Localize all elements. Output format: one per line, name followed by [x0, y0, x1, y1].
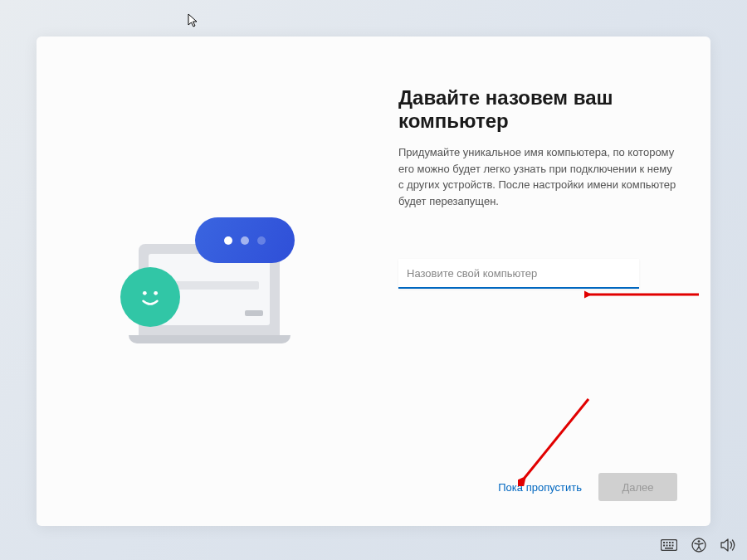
illustration — [97, 202, 313, 385]
input-container — [398, 259, 639, 289]
svg-rect-12 — [672, 545, 674, 547]
svg-rect-8 — [672, 542, 674, 543]
svg-rect-13 — [665, 548, 673, 549]
svg-rect-10 — [666, 545, 668, 547]
accessibility-icon[interactable] — [691, 537, 707, 553]
svg-point-1 — [154, 291, 158, 295]
svg-rect-5 — [663, 542, 665, 543]
svg-rect-6 — [666, 542, 668, 543]
svg-point-0 — [143, 291, 147, 295]
footer-buttons: Пока пропустить Далее — [398, 473, 677, 501]
content-pane: Давайте назовем ваш компьютер Придумайте… — [374, 37, 710, 526]
svg-point-15 — [698, 540, 701, 543]
svg-rect-11 — [669, 545, 671, 547]
page-description: Придумайте уникальное имя компьютера, по… — [398, 144, 677, 209]
volume-icon[interactable] — [720, 537, 737, 553]
setup-panel: Давайте назовем ваш компьютер Придумайте… — [37, 37, 710, 526]
page-title: Давайте назовем ваш компьютер — [398, 86, 677, 133]
svg-rect-7 — [669, 542, 671, 543]
mouse-cursor-icon — [188, 13, 199, 32]
next-button[interactable]: Далее — [598, 473, 677, 501]
svg-rect-9 — [663, 545, 665, 547]
computer-name-input[interactable] — [398, 259, 639, 289]
chat-bubble-icon — [195, 217, 295, 263]
keyboard-icon[interactable] — [661, 537, 677, 553]
smiley-face-icon — [120, 267, 180, 327]
skip-link[interactable]: Пока пропустить — [498, 481, 582, 494]
system-tray — [661, 537, 737, 553]
illustration-pane — [37, 37, 374, 526]
